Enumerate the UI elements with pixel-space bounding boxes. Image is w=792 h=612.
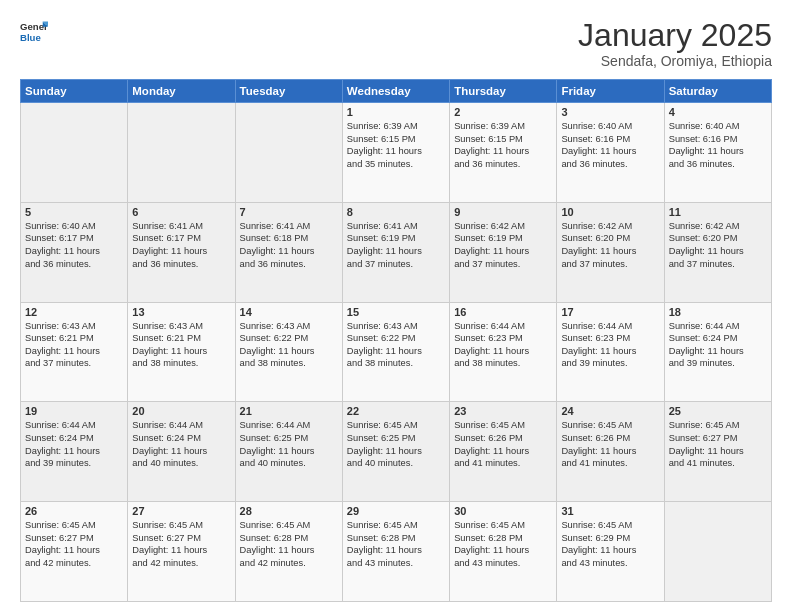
calendar-cell: 10Sunrise: 6:42 AM Sunset: 6:20 PM Dayli… [557, 202, 664, 302]
day-number: 19 [25, 405, 123, 417]
day-number: 12 [25, 306, 123, 318]
svg-text:Blue: Blue [20, 32, 41, 43]
calendar-week-row: 12Sunrise: 6:43 AM Sunset: 6:21 PM Dayli… [21, 302, 772, 402]
day-number: 21 [240, 405, 338, 417]
calendar-cell: 25Sunrise: 6:45 AM Sunset: 6:27 PM Dayli… [664, 402, 771, 502]
calendar-cell: 14Sunrise: 6:43 AM Sunset: 6:22 PM Dayli… [235, 302, 342, 402]
calendar-cell: 19Sunrise: 6:44 AM Sunset: 6:24 PM Dayli… [21, 402, 128, 502]
calendar-cell: 3Sunrise: 6:40 AM Sunset: 6:16 PM Daylig… [557, 103, 664, 203]
cell-info: Sunrise: 6:40 AM Sunset: 6:17 PM Dayligh… [25, 220, 123, 270]
calendar-cell: 28Sunrise: 6:45 AM Sunset: 6:28 PM Dayli… [235, 502, 342, 602]
cell-info: Sunrise: 6:40 AM Sunset: 6:16 PM Dayligh… [561, 120, 659, 170]
day-number: 9 [454, 206, 552, 218]
calendar-cell: 22Sunrise: 6:45 AM Sunset: 6:25 PM Dayli… [342, 402, 449, 502]
day-number: 17 [561, 306, 659, 318]
day-number: 2 [454, 106, 552, 118]
day-number: 27 [132, 505, 230, 517]
cell-info: Sunrise: 6:42 AM Sunset: 6:19 PM Dayligh… [454, 220, 552, 270]
calendar-cell: 6Sunrise: 6:41 AM Sunset: 6:17 PM Daylig… [128, 202, 235, 302]
logo-icon: General Blue [20, 18, 48, 46]
cell-info: Sunrise: 6:42 AM Sunset: 6:20 PM Dayligh… [561, 220, 659, 270]
calendar-cell: 5Sunrise: 6:40 AM Sunset: 6:17 PM Daylig… [21, 202, 128, 302]
cell-info: Sunrise: 6:44 AM Sunset: 6:23 PM Dayligh… [454, 320, 552, 370]
day-number: 25 [669, 405, 767, 417]
calendar-cell [664, 502, 771, 602]
calendar-cell: 7Sunrise: 6:41 AM Sunset: 6:18 PM Daylig… [235, 202, 342, 302]
calendar-cell: 15Sunrise: 6:43 AM Sunset: 6:22 PM Dayli… [342, 302, 449, 402]
calendar-cell: 21Sunrise: 6:44 AM Sunset: 6:25 PM Dayli… [235, 402, 342, 502]
day-number: 20 [132, 405, 230, 417]
subtitle: Sendafa, Oromiya, Ethiopia [578, 53, 772, 69]
logo: General Blue [20, 18, 48, 46]
day-number: 18 [669, 306, 767, 318]
day-number: 1 [347, 106, 445, 118]
day-number: 6 [132, 206, 230, 218]
calendar-week-row: 5Sunrise: 6:40 AM Sunset: 6:17 PM Daylig… [21, 202, 772, 302]
calendar-cell: 16Sunrise: 6:44 AM Sunset: 6:23 PM Dayli… [450, 302, 557, 402]
month-title: January 2025 [578, 18, 772, 53]
calendar-cell: 24Sunrise: 6:45 AM Sunset: 6:26 PM Dayli… [557, 402, 664, 502]
col-friday: Friday [557, 80, 664, 103]
calendar-cell: 12Sunrise: 6:43 AM Sunset: 6:21 PM Dayli… [21, 302, 128, 402]
header: General Blue January 2025 Sendafa, Oromi… [20, 18, 772, 69]
calendar-cell: 27Sunrise: 6:45 AM Sunset: 6:27 PM Dayli… [128, 502, 235, 602]
calendar-week-row: 26Sunrise: 6:45 AM Sunset: 6:27 PM Dayli… [21, 502, 772, 602]
day-number: 14 [240, 306, 338, 318]
col-monday: Monday [128, 80, 235, 103]
cell-info: Sunrise: 6:44 AM Sunset: 6:24 PM Dayligh… [669, 320, 767, 370]
cell-info: Sunrise: 6:39 AM Sunset: 6:15 PM Dayligh… [347, 120, 445, 170]
calendar-header-row: Sunday Monday Tuesday Wednesday Thursday… [21, 80, 772, 103]
day-number: 15 [347, 306, 445, 318]
cell-info: Sunrise: 6:45 AM Sunset: 6:28 PM Dayligh… [454, 519, 552, 569]
day-number: 23 [454, 405, 552, 417]
calendar-cell: 2Sunrise: 6:39 AM Sunset: 6:15 PM Daylig… [450, 103, 557, 203]
cell-info: Sunrise: 6:41 AM Sunset: 6:19 PM Dayligh… [347, 220, 445, 270]
cell-info: Sunrise: 6:45 AM Sunset: 6:29 PM Dayligh… [561, 519, 659, 569]
calendar-cell: 23Sunrise: 6:45 AM Sunset: 6:26 PM Dayli… [450, 402, 557, 502]
cell-info: Sunrise: 6:44 AM Sunset: 6:25 PM Dayligh… [240, 419, 338, 469]
day-number: 22 [347, 405, 445, 417]
cell-info: Sunrise: 6:45 AM Sunset: 6:27 PM Dayligh… [669, 419, 767, 469]
cell-info: Sunrise: 6:39 AM Sunset: 6:15 PM Dayligh… [454, 120, 552, 170]
title-block: January 2025 Sendafa, Oromiya, Ethiopia [578, 18, 772, 69]
cell-info: Sunrise: 6:45 AM Sunset: 6:27 PM Dayligh… [25, 519, 123, 569]
day-number: 11 [669, 206, 767, 218]
calendar-cell [235, 103, 342, 203]
day-number: 26 [25, 505, 123, 517]
cell-info: Sunrise: 6:41 AM Sunset: 6:17 PM Dayligh… [132, 220, 230, 270]
cell-info: Sunrise: 6:44 AM Sunset: 6:23 PM Dayligh… [561, 320, 659, 370]
cell-info: Sunrise: 6:40 AM Sunset: 6:16 PM Dayligh… [669, 120, 767, 170]
calendar-cell: 30Sunrise: 6:45 AM Sunset: 6:28 PM Dayli… [450, 502, 557, 602]
day-number: 24 [561, 405, 659, 417]
page: General Blue January 2025 Sendafa, Oromi… [0, 0, 792, 612]
cell-info: Sunrise: 6:42 AM Sunset: 6:20 PM Dayligh… [669, 220, 767, 270]
day-number: 10 [561, 206, 659, 218]
cell-info: Sunrise: 6:43 AM Sunset: 6:22 PM Dayligh… [240, 320, 338, 370]
calendar-cell: 4Sunrise: 6:40 AM Sunset: 6:16 PM Daylig… [664, 103, 771, 203]
day-number: 13 [132, 306, 230, 318]
calendar-table: Sunday Monday Tuesday Wednesday Thursday… [20, 79, 772, 602]
calendar-cell: 11Sunrise: 6:42 AM Sunset: 6:20 PM Dayli… [664, 202, 771, 302]
col-thursday: Thursday [450, 80, 557, 103]
cell-info: Sunrise: 6:45 AM Sunset: 6:26 PM Dayligh… [454, 419, 552, 469]
cell-info: Sunrise: 6:45 AM Sunset: 6:26 PM Dayligh… [561, 419, 659, 469]
calendar-cell: 17Sunrise: 6:44 AM Sunset: 6:23 PM Dayli… [557, 302, 664, 402]
cell-info: Sunrise: 6:43 AM Sunset: 6:22 PM Dayligh… [347, 320, 445, 370]
calendar-cell: 31Sunrise: 6:45 AM Sunset: 6:29 PM Dayli… [557, 502, 664, 602]
calendar-cell: 13Sunrise: 6:43 AM Sunset: 6:21 PM Dayli… [128, 302, 235, 402]
day-number: 8 [347, 206, 445, 218]
cell-info: Sunrise: 6:41 AM Sunset: 6:18 PM Dayligh… [240, 220, 338, 270]
day-number: 16 [454, 306, 552, 318]
col-sunday: Sunday [21, 80, 128, 103]
calendar-cell: 9Sunrise: 6:42 AM Sunset: 6:19 PM Daylig… [450, 202, 557, 302]
day-number: 7 [240, 206, 338, 218]
day-number: 29 [347, 505, 445, 517]
calendar-cell: 29Sunrise: 6:45 AM Sunset: 6:28 PM Dayli… [342, 502, 449, 602]
cell-info: Sunrise: 6:44 AM Sunset: 6:24 PM Dayligh… [25, 419, 123, 469]
col-tuesday: Tuesday [235, 80, 342, 103]
calendar-week-row: 1Sunrise: 6:39 AM Sunset: 6:15 PM Daylig… [21, 103, 772, 203]
day-number: 5 [25, 206, 123, 218]
cell-info: Sunrise: 6:45 AM Sunset: 6:25 PM Dayligh… [347, 419, 445, 469]
calendar-cell: 18Sunrise: 6:44 AM Sunset: 6:24 PM Dayli… [664, 302, 771, 402]
calendar-cell [128, 103, 235, 203]
